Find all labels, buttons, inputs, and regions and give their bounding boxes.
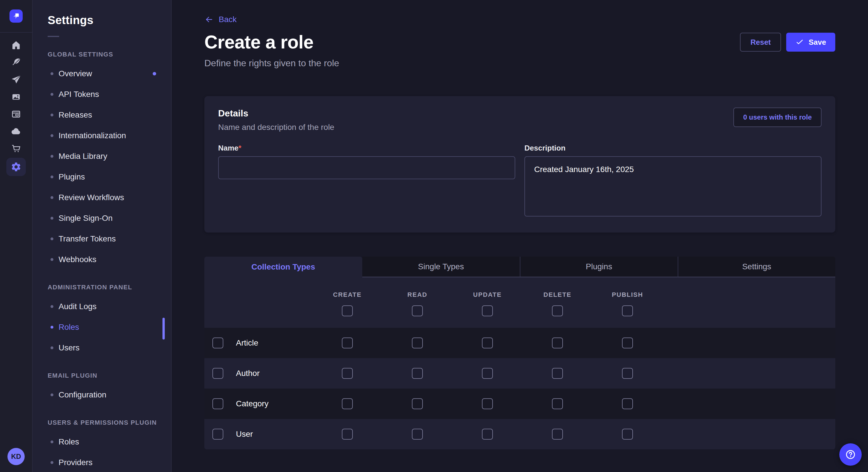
author-delete-checkbox[interactable]	[552, 368, 563, 379]
tab-plugins[interactable]: Plugins	[520, 257, 678, 277]
table-row-article: Article	[205, 328, 835, 358]
bullet-icon	[51, 394, 53, 396]
sidebar-item-label: Overview	[59, 69, 92, 78]
select-all-read-checkbox[interactable]	[412, 305, 423, 316]
name-field-group: Name*	[218, 142, 515, 219]
user-row-checkbox[interactable]	[212, 429, 223, 440]
save-label: Save	[809, 38, 826, 47]
role-name-input[interactable]	[218, 156, 515, 179]
article-delete-checkbox[interactable]	[552, 338, 563, 348]
workspace-logo-button[interactable]	[0, 0, 32, 33]
author-read-checkbox[interactable]	[412, 368, 423, 379]
category-read-checkbox[interactable]	[412, 398, 423, 409]
select-all-update-checkbox[interactable]	[482, 305, 493, 316]
article-row-checkbox[interactable]	[212, 338, 223, 348]
sidebar-scrollbar-thumb[interactable]	[162, 318, 165, 339]
strapi-admin-app: KD Settings GLOBAL SETTINGS Overview API…	[0, 0, 868, 472]
article-create-checkbox[interactable]	[342, 338, 353, 348]
category-row-checkbox[interactable]	[212, 398, 223, 409]
sidebar-item-audit-logs[interactable]: Audit Logs	[33, 296, 171, 317]
sidebar-item-overview[interactable]: Overview	[33, 63, 171, 84]
sidebar-item-transfer-tokens[interactable]: Transfer Tokens	[33, 229, 171, 249]
section-label: GLOBAL SETTINGS	[48, 51, 171, 58]
sidebar-item-label: API Tokens	[59, 90, 99, 99]
author-publish-checkbox[interactable]	[622, 368, 633, 379]
user-update-checkbox[interactable]	[482, 429, 493, 440]
author-update-checkbox[interactable]	[482, 368, 493, 379]
sidebar-item-users[interactable]: Users	[33, 338, 171, 358]
back-link[interactable]: Back	[205, 15, 237, 24]
paper-plane-icon[interactable]	[6, 72, 26, 88]
select-all-delete-checkbox[interactable]	[552, 305, 563, 316]
sidebar-item-label: Releases	[59, 110, 92, 120]
author-row-checkbox[interactable]	[212, 368, 223, 379]
tab-collection-types[interactable]: Collection Types	[205, 257, 362, 277]
sidebar-item-media-library[interactable]: Media Library	[33, 146, 171, 167]
nav-rail-icons	[6, 37, 26, 176]
strapi-logo-icon	[9, 9, 23, 23]
sidebar-item-configuration[interactable]: Configuration	[33, 384, 171, 405]
section-administration-panel: ADMINISTRATION PANEL Audit Logs Roles Us…	[33, 283, 171, 358]
sidebar-item-plugins[interactable]: Plugins	[33, 167, 171, 187]
author-create-checkbox[interactable]	[342, 368, 353, 379]
user-publish-checkbox[interactable]	[622, 429, 633, 440]
main-content: Back Create a role Reset Save Define the…	[172, 0, 868, 472]
feather-icon[interactable]	[6, 55, 26, 71]
sidebar-item-review-workflows[interactable]: Review Workflows	[33, 187, 171, 208]
users-with-role-button[interactable]: 0 users with this role	[733, 107, 822, 127]
check-icon	[795, 38, 804, 46]
sidebar-item-roles-admin[interactable]: Roles	[33, 317, 171, 338]
sidebar-item-label: Review Workflows	[59, 193, 124, 202]
category-create-checkbox[interactable]	[342, 398, 353, 409]
sidebar-item-label: Configuration	[59, 390, 106, 400]
user-read-checkbox[interactable]	[412, 429, 423, 440]
sidebar-item-label: Providers	[59, 458, 92, 467]
sidebar-item-label: Roles	[59, 323, 79, 332]
notification-dot	[153, 72, 156, 75]
role-description-textarea[interactable]: Created January 16th, 2025	[524, 156, 822, 216]
category-update-checkbox[interactable]	[482, 398, 493, 409]
details-fields: Name* Description Created January 16th, …	[218, 142, 822, 219]
page-title: Create a role	[205, 32, 313, 53]
layout-icon[interactable]	[6, 106, 26, 122]
bullet-icon	[51, 134, 53, 137]
sidebar-item-label: Webhooks	[59, 255, 96, 264]
sidebar-item-internationalization[interactable]: Internationalization	[33, 125, 171, 146]
user-avatar[interactable]: KD	[7, 448, 25, 465]
home-icon[interactable]	[6, 37, 26, 53]
select-all-publish-checkbox[interactable]	[622, 305, 633, 316]
bullet-icon	[51, 305, 53, 308]
sidebar-item-webhooks[interactable]: Webhooks	[33, 249, 171, 270]
sidebar-item-releases[interactable]: Releases	[33, 105, 171, 125]
article-read-checkbox[interactable]	[412, 338, 423, 348]
sidebar-item-providers[interactable]: Providers	[33, 452, 171, 472]
sidebar-item-roles-up[interactable]: Roles	[33, 432, 171, 452]
column-delete: DELETE	[522, 277, 592, 328]
section-global-settings: GLOBAL SETTINGS Overview API Tokens Rele…	[33, 51, 171, 270]
section-email-plugin: EMAIL PLUGIN Configuration	[33, 372, 171, 405]
sidebar-item-api-tokens[interactable]: API Tokens	[33, 84, 171, 105]
media-library-icon[interactable]	[6, 89, 26, 105]
select-all-create-checkbox[interactable]	[342, 305, 353, 316]
details-title: Details	[218, 108, 822, 119]
tab-settings[interactable]: Settings	[678, 257, 836, 277]
help-button[interactable]	[839, 443, 862, 466]
category-delete-checkbox[interactable]	[552, 398, 563, 409]
reset-button[interactable]: Reset	[740, 33, 781, 52]
tab-single-types[interactable]: Single Types	[362, 257, 520, 277]
article-update-checkbox[interactable]	[482, 338, 493, 348]
bullet-icon	[51, 258, 53, 261]
cart-icon[interactable]	[6, 140, 26, 157]
article-publish-checkbox[interactable]	[622, 338, 633, 348]
save-button[interactable]: Save	[786, 33, 835, 52]
permissions-table-header: CREATE READ UPDATE DELETE	[205, 277, 835, 328]
user-delete-checkbox[interactable]	[552, 429, 563, 440]
description-field-group: Description Created January 16th, 2025	[524, 142, 822, 219]
category-publish-checkbox[interactable]	[622, 398, 633, 409]
column-label-delete: DELETE	[544, 291, 571, 299]
user-create-checkbox[interactable]	[342, 429, 353, 440]
cloud-icon[interactable]	[6, 123, 26, 139]
gear-icon[interactable]	[6, 158, 26, 176]
bullet-icon	[51, 175, 53, 178]
sidebar-item-single-sign-on[interactable]: Single Sign-On	[33, 208, 171, 229]
